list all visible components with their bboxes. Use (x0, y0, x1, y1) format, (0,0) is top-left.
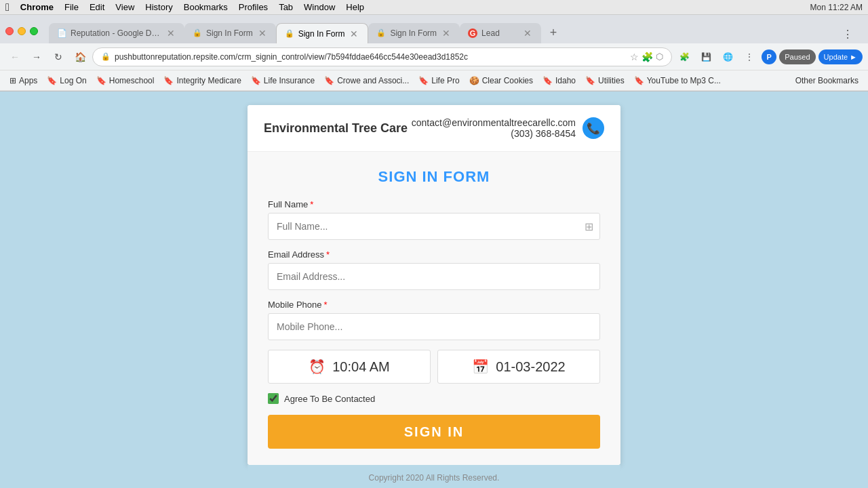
tab1-close[interactable]: ✕ (165, 28, 176, 39)
company-header: Environmental Tree Care contact@environm… (248, 105, 620, 152)
bookmark-crowe[interactable]: 🔖 Crowe and Associ... (320, 74, 413, 87)
bookmark-clear-cookies-label: Clear Cookies (482, 76, 533, 85)
extensions-icon[interactable]: 🧩 (642, 52, 653, 62)
logon-icon: 🔖 (47, 76, 57, 85)
menubar:  Chrome File Edit View History Bookmark… (0, 0, 868, 15)
profile-button[interactable]: P (762, 49, 776, 64)
menubar-history[interactable]: History (145, 2, 172, 12)
mobile-input[interactable] (268, 313, 600, 340)
full-name-input[interactable] (268, 213, 600, 240)
idaho-icon: 🔖 (542, 76, 553, 85)
address-bar[interactable]: 🔒 pushbuttonreputation.repsite.com/crm_s… (92, 47, 672, 66)
extensions-btn[interactable]: 🧩 (675, 47, 694, 66)
tab-reputation-google-drive[interactable]: 📄 Reputation - Google Drive ✕ (49, 23, 184, 43)
menubar-window[interactable]: Window (304, 2, 335, 12)
agree-label[interactable]: Agree To Be Contacted (284, 394, 375, 404)
forward-button[interactable]: → (27, 47, 46, 66)
bookmark-youtube[interactable]: 🔖 YouTube to Mp3 C... (630, 74, 725, 87)
tab4-close[interactable]: ✕ (441, 28, 452, 39)
full-name-group: Full Name * ⊞ (268, 199, 600, 240)
utilities-icon: 🔖 (585, 76, 595, 85)
full-name-input-wrapper: ⊞ (268, 213, 600, 240)
translate-btn[interactable]: 🌐 (718, 47, 737, 66)
settings-btn[interactable]: ⋮ (740, 47, 759, 66)
time-value: 10:04 AM (332, 359, 390, 375)
phone-icon[interactable]: 📞 (583, 117, 604, 139)
home-button[interactable]: 🏠 (71, 47, 90, 66)
star-icon[interactable]: ☆ (630, 52, 639, 62)
bookmark-crowe-label: Crowe and Associ... (337, 76, 409, 85)
close-window-button[interactable] (5, 27, 14, 35)
menubar-edit[interactable]: Edit (90, 2, 104, 12)
bookmark-homeschool[interactable]: 🔖 Homeschool (92, 74, 159, 87)
bookmark-life-insurance[interactable]: 🔖 Life Insurance (247, 74, 319, 87)
bookmark-logon[interactable]: 🔖 Log On (43, 74, 90, 87)
contact-phone: (303) 368-8454 (412, 128, 576, 139)
bookmark-utilities-label: Utilities (598, 76, 625, 85)
bookmark-utilities[interactable]: 🔖 Utilities (581, 74, 629, 87)
homeschool-icon: 🔖 (96, 76, 106, 85)
window-controls: 📄 Reputation - Google Drive ✕ 🔒 Sign In … (0, 15, 868, 43)
browser-chrome: 📄 Reputation - Google Drive ✕ 🔒 Sign In … (0, 15, 868, 92)
bookmark-lifepro[interactable]: 🔖 Life Pro (414, 74, 463, 87)
company-name: Environmental Tree Care (264, 121, 408, 136)
form-title: SIGN IN FORM (268, 168, 600, 186)
menubar-chrome[interactable]: Chrome (20, 2, 54, 12)
menubar-tab[interactable]: Tab (279, 2, 293, 12)
tab5-favicon: G (468, 28, 477, 38)
life-insurance-icon: 🔖 (251, 76, 261, 85)
copyright-text: Copyright 2020 All Rights Reserved. (369, 473, 500, 483)
tab5-label: Lead (481, 28, 518, 38)
apple-menu[interactable]:  (5, 1, 9, 14)
cast-icon[interactable]: ⬡ (656, 52, 663, 62)
mobile-label: Mobile Phone * (268, 300, 600, 310)
content-area: Environmental Tree Care contact@environm… (0, 92, 868, 488)
tab-signin-2[interactable]: 🔒 Sign In Form ✕ (276, 23, 369, 43)
tab5-close[interactable]: ✕ (522, 28, 533, 39)
reload-button[interactable]: ↻ (49, 47, 68, 66)
bookmark-life-insurance-label: Life Insurance (264, 76, 315, 85)
sign-in-section: SIGN IN FORM Full Name * ⊞ Email Addr (248, 152, 620, 465)
email-input[interactable] (268, 263, 600, 290)
full-name-required: * (310, 199, 313, 209)
new-tab-button[interactable]: + (544, 23, 563, 42)
menubar-help[interactable]: Help (346, 2, 364, 12)
paused-button[interactable]: Paused (779, 49, 815, 64)
bookmark-apps-label: Apps (19, 76, 37, 85)
tab2-label: Sign In Form (206, 28, 253, 38)
bookmark-youtube-label: YouTube to Mp3 C... (647, 76, 721, 85)
maximize-window-button[interactable] (30, 27, 38, 35)
sign-in-button[interactable]: SIGN IN (268, 415, 600, 449)
bookmark-idaho-label: Idaho (555, 76, 576, 85)
tab3-close[interactable]: ✕ (349, 28, 359, 39)
full-name-label: Full Name * (268, 199, 600, 209)
tab-menu-button[interactable]: ⋮ (841, 27, 854, 41)
tab-signin-1[interactable]: 🔒 Sign In Form ✕ (184, 23, 276, 43)
back-button[interactable]: ← (5, 47, 24, 66)
minimize-window-button[interactable] (18, 27, 26, 35)
contact-email: contact@environmentaltreecarellc.com (412, 117, 576, 128)
bookmark-integrity-label: Integrity Medicare (176, 76, 241, 85)
company-contact: contact@environmentaltreecarellc.com (30… (412, 117, 604, 139)
crowe-icon: 🔖 (324, 76, 334, 85)
time-box: ⏰ 10:04 AM (268, 350, 431, 384)
menubar-bookmarks[interactable]: Bookmarks (184, 2, 228, 12)
tab-lead[interactable]: G Lead ✕ (460, 23, 541, 43)
address-bar-icons: ☆ 🧩 ⬡ (630, 52, 663, 62)
bookmark-idaho[interactable]: 🔖 Idaho (538, 74, 580, 87)
form-wrapper: Environmental Tree Care contact@environm… (248, 105, 620, 465)
save-btn[interactable]: 💾 (696, 47, 715, 66)
menubar-file[interactable]: File (64, 2, 79, 12)
menubar-profiles[interactable]: Profiles (239, 2, 268, 12)
tab2-close[interactable]: ✕ (257, 28, 268, 39)
menubar-view[interactable]: View (115, 2, 134, 12)
agree-checkbox[interactable] (268, 393, 279, 404)
tab-signin-3[interactable]: 🔒 Sign In Form ✕ (368, 23, 460, 43)
update-button[interactable]: Update ► (818, 49, 863, 64)
tab2-favicon: 🔒 (193, 28, 202, 38)
bookmark-other[interactable]: Other Bookmarks (791, 74, 863, 87)
bookmark-apps[interactable]: ⊞ Apps (5, 74, 41, 87)
bookmark-clear-cookies[interactable]: 🍪 Clear Cookies (465, 74, 537, 87)
bookmark-integrity[interactable]: 🔖 Integrity Medicare (159, 74, 245, 87)
clock-icon: ⏰ (309, 359, 326, 375)
